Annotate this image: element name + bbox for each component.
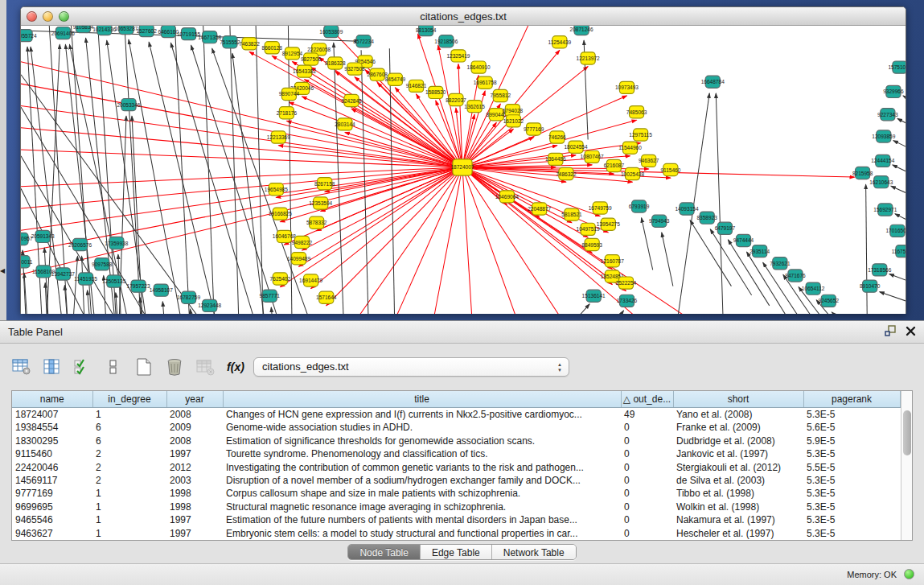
column-header-name[interactable]: name [12,391,92,408]
graph-node[interactable]: 2803144 [335,118,355,130]
graph-node[interactable]: 8822037 [446,93,466,105]
graph-node[interactable]: 14093154 [675,203,698,215]
table-cell[interactable]: Yano et al. (2008) [673,408,803,421]
table-cell[interactable]: 49 [621,408,673,421]
graph-node[interactable]: 10807467 [581,150,604,163]
table-cell[interactable]: 1998 [166,487,223,500]
graph-node[interactable]: 9115460 [660,163,680,175]
graph-node[interactable]: 5818521 [561,208,582,220]
graph-node[interactable]: 12093859 [872,130,895,142]
table-cell[interactable]: Estimation of significance thresholds fo… [223,434,621,447]
graph-node[interactable]: 8267158 [314,178,335,190]
graph-node[interactable]: 9329966 [883,85,904,97]
citation-edge[interactable] [44,248,50,314]
table-cell[interactable]: 0 [621,434,673,447]
table-cell[interactable]: 1 [92,487,166,500]
table-cell[interactable]: 1998 [166,501,223,513]
graph-node[interactable]: 16749759 [589,202,612,214]
citation-edge[interactable] [426,167,462,314]
graph-node[interactable]: 8215958 [852,167,873,179]
citation-edge[interactable] [462,167,474,314]
graph-node[interactable]: 8912954 [282,47,303,60]
table-row[interactable]: 946554611997Estimation of the future num… [12,513,900,526]
table-cell[interactable]: 19384554 [12,421,92,434]
graph-node[interactable]: 1571644 [316,291,337,303]
graph-node[interactable]: 12213972 [577,52,600,64]
column-header-title[interactable]: title [223,391,621,408]
table-cell[interactable]: Disruption of a novel member of a sodium… [223,474,621,487]
table-settings-icon[interactable] [11,356,32,377]
graph-node[interactable]: 2718176 [277,107,298,119]
graph-node[interactable]: 20053346 [117,99,140,111]
graph-node[interactable]: 7463822 [239,38,260,50]
table-selector-dropdown[interactable]: citations_edges.txt ▲▼ [253,357,569,377]
column-edit-icon[interactable] [42,356,63,377]
citation-edge[interactable] [893,165,906,179]
table-cell[interactable]: 2 [92,474,166,487]
table-row[interactable]: 946362711997Embryonic stem cells: a mode… [12,526,900,540]
table-cell[interactable]: 2 [92,460,166,473]
table-cell[interactable]: 5.3E-5 [803,474,900,487]
table-cell[interactable]: 2009 [166,421,223,434]
graph-node[interactable]: 12325419 [446,50,470,62]
table-row[interactable]: 969969511998Structural magnetic resonanc… [12,501,900,513]
table-cell[interactable]: 5.6E-5 [803,421,900,434]
table-cell[interactable]: 5.9E-5 [803,434,900,447]
citation-edge[interactable] [891,186,906,200]
graph-node[interactable]: 10719155 [177,28,200,40]
graph-node[interactable]: 746266 [548,131,566,143]
network-canvas[interactable]: 1405572420691406910583410214336106532871… [21,26,906,314]
graph-node[interactable]: 8572234 [353,35,374,47]
citation-edge[interactable] [880,292,906,307]
graph-node[interactable]: 14099489 [287,253,310,265]
graph-node[interactable]: 8910470 [860,280,881,292]
table-cell[interactable]: Tibbo et al. (1998) [673,487,803,500]
graph-node[interactable]: 16210643 [869,176,893,188]
table-cell[interactable]: de Silva et al. (2003) [673,474,803,487]
graph-node[interactable]: 12213369 [267,131,290,143]
network-canvas-container[interactable]: 1405572420691406910583410214336106532871… [21,26,906,314]
citation-edge[interactable] [355,77,462,167]
network-window-titlebar[interactable]: citations_edges.txt [21,7,906,26]
table-cell[interactable]: 9115460 [12,447,92,460]
table-cell[interactable]: Genome-wide association studies in ADHD. [223,421,621,434]
graph-node[interactable]: 2522254 [616,277,637,289]
graph-node[interactable]: 12923448 [198,299,221,311]
citation-edge[interactable] [21,167,462,286]
table-cell[interactable]: 1997 [166,513,223,526]
graph-node[interactable]: 14671358 [198,31,221,43]
graph-node[interactable]: 8471676 [785,270,806,282]
graph-node[interactable]: 7515552 [220,36,240,48]
table-cell[interactable]: 5.3E-5 [803,487,900,500]
graph-node[interactable]: 9242848 [341,94,362,106]
column-header-out_de[interactable]: △ out_de... [621,391,673,408]
table-cell[interactable]: 6 [92,434,166,447]
graph-node[interactable]: 9463627 [639,154,659,167]
close-panel-icon[interactable] [906,326,916,336]
table-cell[interactable]: 2012 [166,460,223,473]
graph-node[interactable]: 6793919 [629,200,650,212]
citation-edge[interactable] [596,311,623,314]
table-cell[interactable]: Jankovic et al. (1997) [673,447,803,460]
citation-edge[interactable] [71,256,77,314]
table-panel-header[interactable]: Table Panel [0,321,924,344]
citation-edge[interactable] [286,121,462,167]
table-cell[interactable]: 0 [621,447,673,460]
graph-node[interactable]: 16782759 [177,291,200,303]
table-cell[interactable]: 1997 [166,447,223,460]
graph-node[interactable]: 20871246 [570,26,593,35]
graph-node[interactable]: 10653287 [114,26,138,35]
citation-edge[interactable] [832,312,864,314]
graph-node[interactable]: 7486322 [556,167,577,179]
tab-node-table[interactable]: Node Table [348,545,421,559]
table-cell[interactable]: 9699695 [12,501,92,513]
citation-edge[interactable] [903,96,906,107]
graph-node[interactable]: 1621022 [503,115,524,127]
graph-node[interactable]: 8186328 [325,57,346,69]
column-header-pagerank[interactable]: pagerank [803,391,900,408]
table-cell[interactable]: Nakamura et al. (1997) [673,513,803,526]
graph-node[interactable]: 9327508 [344,63,365,75]
table-cell[interactable]: 5.3E-5 [803,526,900,540]
graph-node[interactable]: 1527602 [136,26,157,37]
table-cell[interactable]: 5.3E-5 [803,501,900,513]
